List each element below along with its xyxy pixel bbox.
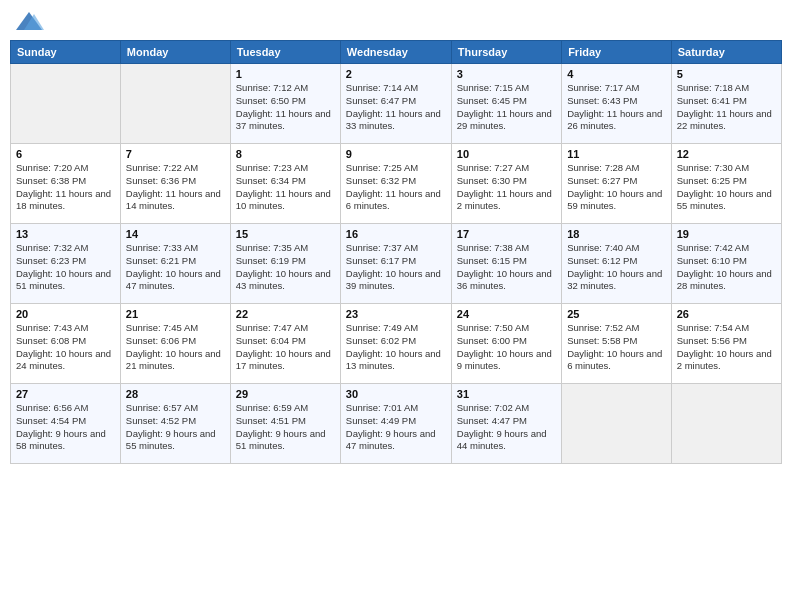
day-info: Sunrise: 6:57 AM Sunset: 4:52 PM Dayligh… [126, 402, 225, 453]
day-info: Sunrise: 7:40 AM Sunset: 6:12 PM Dayligh… [567, 242, 666, 293]
calendar-week-row: 20Sunrise: 7:43 AM Sunset: 6:08 PM Dayli… [11, 304, 782, 384]
calendar-cell: 23Sunrise: 7:49 AM Sunset: 6:02 PM Dayli… [340, 304, 451, 384]
day-number: 1 [236, 68, 335, 80]
day-info: Sunrise: 7:33 AM Sunset: 6:21 PM Dayligh… [126, 242, 225, 293]
day-number: 16 [346, 228, 446, 240]
weekday-header: Sunday [11, 41, 121, 64]
weekday-header: Saturday [671, 41, 781, 64]
calendar-week-row: 1Sunrise: 7:12 AM Sunset: 6:50 PM Daylig… [11, 64, 782, 144]
calendar-cell: 12Sunrise: 7:30 AM Sunset: 6:25 PM Dayli… [671, 144, 781, 224]
calendar-cell: 24Sunrise: 7:50 AM Sunset: 6:00 PM Dayli… [451, 304, 561, 384]
calendar-cell: 30Sunrise: 7:01 AM Sunset: 4:49 PM Dayli… [340, 384, 451, 464]
calendar-cell: 29Sunrise: 6:59 AM Sunset: 4:51 PM Dayli… [230, 384, 340, 464]
weekday-header: Wednesday [340, 41, 451, 64]
day-number: 15 [236, 228, 335, 240]
day-number: 30 [346, 388, 446, 400]
calendar-cell: 10Sunrise: 7:27 AM Sunset: 6:30 PM Dayli… [451, 144, 561, 224]
calendar-cell: 28Sunrise: 6:57 AM Sunset: 4:52 PM Dayli… [120, 384, 230, 464]
calendar-cell: 25Sunrise: 7:52 AM Sunset: 5:58 PM Dayli… [562, 304, 672, 384]
day-info: Sunrise: 7:37 AM Sunset: 6:17 PM Dayligh… [346, 242, 446, 293]
day-number: 22 [236, 308, 335, 320]
logo [14, 10, 48, 34]
calendar-cell: 3Sunrise: 7:15 AM Sunset: 6:45 PM Daylig… [451, 64, 561, 144]
day-info: Sunrise: 7:30 AM Sunset: 6:25 PM Dayligh… [677, 162, 776, 213]
calendar-cell: 27Sunrise: 6:56 AM Sunset: 4:54 PM Dayli… [11, 384, 121, 464]
day-number: 11 [567, 148, 666, 160]
day-info: Sunrise: 6:59 AM Sunset: 4:51 PM Dayligh… [236, 402, 335, 453]
calendar-cell: 16Sunrise: 7:37 AM Sunset: 6:17 PM Dayli… [340, 224, 451, 304]
calendar-cell: 17Sunrise: 7:38 AM Sunset: 6:15 PM Dayli… [451, 224, 561, 304]
calendar-table: SundayMondayTuesdayWednesdayThursdayFrid… [10, 40, 782, 464]
day-info: Sunrise: 7:45 AM Sunset: 6:06 PM Dayligh… [126, 322, 225, 373]
calendar-cell: 21Sunrise: 7:45 AM Sunset: 6:06 PM Dayli… [120, 304, 230, 384]
calendar-cell: 14Sunrise: 7:33 AM Sunset: 6:21 PM Dayli… [120, 224, 230, 304]
day-number: 29 [236, 388, 335, 400]
day-info: Sunrise: 7:25 AM Sunset: 6:32 PM Dayligh… [346, 162, 446, 213]
day-number: 20 [16, 308, 115, 320]
day-number: 5 [677, 68, 776, 80]
day-info: Sunrise: 7:17 AM Sunset: 6:43 PM Dayligh… [567, 82, 666, 133]
calendar-cell: 31Sunrise: 7:02 AM Sunset: 4:47 PM Dayli… [451, 384, 561, 464]
day-number: 23 [346, 308, 446, 320]
calendar-cell: 19Sunrise: 7:42 AM Sunset: 6:10 PM Dayli… [671, 224, 781, 304]
day-info: Sunrise: 7:47 AM Sunset: 6:04 PM Dayligh… [236, 322, 335, 373]
calendar-cell: 13Sunrise: 7:32 AM Sunset: 6:23 PM Dayli… [11, 224, 121, 304]
weekday-header: Tuesday [230, 41, 340, 64]
day-info: Sunrise: 7:35 AM Sunset: 6:19 PM Dayligh… [236, 242, 335, 293]
calendar-cell: 18Sunrise: 7:40 AM Sunset: 6:12 PM Dayli… [562, 224, 672, 304]
day-info: Sunrise: 7:38 AM Sunset: 6:15 PM Dayligh… [457, 242, 556, 293]
day-number: 18 [567, 228, 666, 240]
calendar-cell [120, 64, 230, 144]
calendar-week-row: 6Sunrise: 7:20 AM Sunset: 6:38 PM Daylig… [11, 144, 782, 224]
day-number: 4 [567, 68, 666, 80]
day-number: 12 [677, 148, 776, 160]
day-number: 9 [346, 148, 446, 160]
day-number: 19 [677, 228, 776, 240]
calendar-body: 1Sunrise: 7:12 AM Sunset: 6:50 PM Daylig… [11, 64, 782, 464]
day-info: Sunrise: 7:14 AM Sunset: 6:47 PM Dayligh… [346, 82, 446, 133]
calendar-cell: 2Sunrise: 7:14 AM Sunset: 6:47 PM Daylig… [340, 64, 451, 144]
page-header [10, 10, 782, 34]
day-info: Sunrise: 7:50 AM Sunset: 6:00 PM Dayligh… [457, 322, 556, 373]
day-info: Sunrise: 7:32 AM Sunset: 6:23 PM Dayligh… [16, 242, 115, 293]
day-info: Sunrise: 7:20 AM Sunset: 6:38 PM Dayligh… [16, 162, 115, 213]
day-number: 10 [457, 148, 556, 160]
day-info: Sunrise: 7:49 AM Sunset: 6:02 PM Dayligh… [346, 322, 446, 373]
day-info: Sunrise: 7:23 AM Sunset: 6:34 PM Dayligh… [236, 162, 335, 213]
day-number: 21 [126, 308, 225, 320]
calendar-week-row: 27Sunrise: 6:56 AM Sunset: 4:54 PM Dayli… [11, 384, 782, 464]
day-info: Sunrise: 7:02 AM Sunset: 4:47 PM Dayligh… [457, 402, 556, 453]
day-number: 2 [346, 68, 446, 80]
calendar-cell: 22Sunrise: 7:47 AM Sunset: 6:04 PM Dayli… [230, 304, 340, 384]
day-info: Sunrise: 7:12 AM Sunset: 6:50 PM Dayligh… [236, 82, 335, 133]
calendar-cell: 15Sunrise: 7:35 AM Sunset: 6:19 PM Dayli… [230, 224, 340, 304]
calendar-cell [671, 384, 781, 464]
day-info: Sunrise: 7:54 AM Sunset: 5:56 PM Dayligh… [677, 322, 776, 373]
day-number: 3 [457, 68, 556, 80]
weekday-header: Thursday [451, 41, 561, 64]
calendar-cell [11, 64, 121, 144]
day-number: 26 [677, 308, 776, 320]
calendar-cell: 6Sunrise: 7:20 AM Sunset: 6:38 PM Daylig… [11, 144, 121, 224]
calendar-cell: 4Sunrise: 7:17 AM Sunset: 6:43 PM Daylig… [562, 64, 672, 144]
calendar-week-row: 13Sunrise: 7:32 AM Sunset: 6:23 PM Dayli… [11, 224, 782, 304]
day-number: 7 [126, 148, 225, 160]
day-info: Sunrise: 7:18 AM Sunset: 6:41 PM Dayligh… [677, 82, 776, 133]
day-number: 6 [16, 148, 115, 160]
weekday-header: Monday [120, 41, 230, 64]
day-info: Sunrise: 7:15 AM Sunset: 6:45 PM Dayligh… [457, 82, 556, 133]
day-number: 27 [16, 388, 115, 400]
day-info: Sunrise: 6:56 AM Sunset: 4:54 PM Dayligh… [16, 402, 115, 453]
logo-icon [14, 10, 44, 34]
day-info: Sunrise: 7:27 AM Sunset: 6:30 PM Dayligh… [457, 162, 556, 213]
day-info: Sunrise: 7:22 AM Sunset: 6:36 PM Dayligh… [126, 162, 225, 213]
calendar-cell: 1Sunrise: 7:12 AM Sunset: 6:50 PM Daylig… [230, 64, 340, 144]
day-number: 8 [236, 148, 335, 160]
day-number: 17 [457, 228, 556, 240]
calendar-cell: 20Sunrise: 7:43 AM Sunset: 6:08 PM Dayli… [11, 304, 121, 384]
day-info: Sunrise: 7:01 AM Sunset: 4:49 PM Dayligh… [346, 402, 446, 453]
calendar-cell: 8Sunrise: 7:23 AM Sunset: 6:34 PM Daylig… [230, 144, 340, 224]
calendar-cell: 26Sunrise: 7:54 AM Sunset: 5:56 PM Dayli… [671, 304, 781, 384]
day-info: Sunrise: 7:42 AM Sunset: 6:10 PM Dayligh… [677, 242, 776, 293]
day-number: 25 [567, 308, 666, 320]
